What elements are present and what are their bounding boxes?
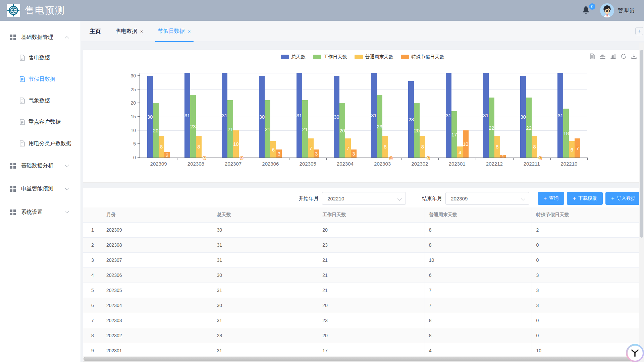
sidebar-item-base-data-analysis[interactable]: 基础数据分析 <box>0 154 80 177</box>
table-cell: 8 <box>425 313 532 328</box>
bar-value-label: 7 <box>308 145 314 151</box>
x-axis-label: 202212 <box>476 161 513 167</box>
bar-value-label: 20 <box>339 128 345 133</box>
y-axis-label: 0 <box>122 155 136 160</box>
grid-icon <box>10 163 16 169</box>
legend-item[interactable]: 总天数 <box>281 54 306 60</box>
chevron-up-icon <box>65 36 69 40</box>
bar-value-label: 30 <box>334 114 339 120</box>
bar-group: 312173 <box>289 73 326 158</box>
bar-value-label: 2 <box>164 152 170 158</box>
sidebar-item-system-settings[interactable]: 系统设置 <box>0 200 80 224</box>
chevron-down-icon <box>65 163 69 167</box>
save-image-icon[interactable] <box>631 53 637 59</box>
x-axis-label: 202210 <box>550 161 588 167</box>
legend-item[interactable]: 普通周末天数 <box>355 54 393 60</box>
horizontal-scrollbar[interactable] <box>83 356 642 362</box>
import-data-button[interactable]: + 导入数据 <box>605 192 641 205</box>
bar-value-label: 23 <box>190 124 196 129</box>
add-tab-button[interactable]: + <box>635 27 643 35</box>
bar-zero-label: 0 <box>425 155 431 161</box>
y-axis-tick <box>138 103 140 103</box>
table-cell: 21 <box>318 253 425 268</box>
user-avatar[interactable] <box>600 3 614 17</box>
table-cell: 0 <box>532 313 642 328</box>
table-row: 8202302282080 <box>83 328 642 343</box>
legend-item[interactable]: 工作日天数 <box>313 54 347 60</box>
line-chart-icon[interactable] <box>600 53 606 59</box>
tab-holiday-data[interactable]: 节假日数据 × <box>153 21 196 42</box>
document-icon <box>19 140 25 146</box>
sidebar-item-weather-data[interactable]: 气象数据 <box>0 90 80 111</box>
y-axis-tick <box>138 143 140 144</box>
document-icon <box>19 119 25 125</box>
x-axis-tick <box>587 158 588 160</box>
grid-icon <box>10 35 16 40</box>
table-cell: 21 <box>318 268 425 283</box>
bar-group: 302280 <box>513 73 550 158</box>
table-row: 1202309302082 <box>83 223 642 238</box>
vertical-scrollbar[interactable] <box>639 43 644 362</box>
table-row: 7202303312380 <box>83 313 642 328</box>
filter-bar: 开始年月 202210 结束年月 202309 + 查询 + 下载模版 + 导入… <box>83 192 642 205</box>
table-cell: 6 <box>425 268 532 283</box>
sidebar-item-smart-forecast[interactable]: 电量智能预测 <box>0 177 80 200</box>
bar-group: 302073 <box>326 73 364 158</box>
y-axis-tick <box>138 75 140 76</box>
bar-group: 282080 <box>401 73 438 158</box>
y-axis-label: 30 <box>122 73 136 78</box>
table-cell: 202305 <box>102 283 213 298</box>
tab-sale-data[interactable]: 售电数据 × <box>110 21 149 42</box>
table-cell: 8 <box>83 328 102 343</box>
legend-item[interactable]: 特殊节假日天数 <box>401 54 444 60</box>
bar-value-label: 7 <box>345 145 351 151</box>
chevron-down-icon <box>397 196 402 201</box>
x-axis-tick <box>252 158 252 160</box>
bar-group: 311867 <box>550 73 588 158</box>
chart-card: 总天数工作日天数普通周末天数特殊节假日天数 051015202530302082… <box>83 50 642 183</box>
close-tab-icon[interactable]: × <box>188 28 191 34</box>
bar-value-label: 21 <box>227 126 233 132</box>
document-icon <box>19 55 25 61</box>
x-axis-tick <box>476 158 476 160</box>
download-template-button[interactable]: + 下载模版 <box>567 192 603 205</box>
table-cell: 8 <box>425 223 532 238</box>
assistant-floating-button[interactable] <box>626 344 644 362</box>
sidebar-item-holiday-data[interactable]: 节假日数据 <box>0 68 80 90</box>
data-view-icon[interactable] <box>589 53 595 59</box>
table-cell: 31 <box>213 253 319 268</box>
table-cell: 8 <box>425 238 532 253</box>
query-button[interactable]: + 查询 <box>538 192 564 205</box>
tab-home[interactable]: 主页 <box>84 21 106 42</box>
app-header: 售电预测 0 管理员 <box>0 0 644 21</box>
sidebar-item-key-customer-data[interactable]: 重点客户数据 <box>0 111 80 133</box>
bar-chart-icon[interactable] <box>610 53 616 59</box>
plus-icon: + <box>573 195 576 202</box>
restore-icon[interactable] <box>621 53 627 59</box>
sidebar-item-base-data-management[interactable]: 基础数据管理 <box>0 27 80 47</box>
end-month-select[interactable]: 202309 <box>445 192 529 205</box>
horizontal-scrollbar-thumb[interactable] <box>84 357 636 361</box>
bar-chart-plot: 0510152025303020822023093123802023083121… <box>140 73 587 158</box>
chevron-down-icon <box>65 209 69 214</box>
start-month-select[interactable]: 202210 <box>322 192 406 205</box>
table-cell: 0 <box>532 253 642 268</box>
table-cell: 0 <box>532 238 642 253</box>
y-axis-tick <box>138 130 140 130</box>
sidebar-item-power-classification-data[interactable]: 用电分类户数数据 <box>0 133 80 154</box>
sidebar-item-sale-data[interactable]: 售电数据 <box>0 47 80 68</box>
table-cell: 6 <box>83 298 102 313</box>
table-row: 32023073121100 <box>83 253 642 268</box>
bar-group: 312380 <box>177 73 214 158</box>
chevron-down-icon <box>521 196 525 201</box>
y-axis-label: 15 <box>122 114 136 119</box>
table-cell: 20 <box>318 298 425 313</box>
table-cell: 1 <box>83 223 102 238</box>
vertical-scrollbar-thumb[interactable] <box>640 50 643 238</box>
bar-value-label: 8 <box>420 144 425 149</box>
table-header-cell: 普通周末天数 <box>425 207 532 223</box>
notification-bell-icon[interactable]: 0 <box>581 5 591 15</box>
bar-value-label: 3 <box>276 151 282 157</box>
bar-value-label: 31 <box>446 113 451 118</box>
close-tab-icon[interactable]: × <box>140 28 143 34</box>
